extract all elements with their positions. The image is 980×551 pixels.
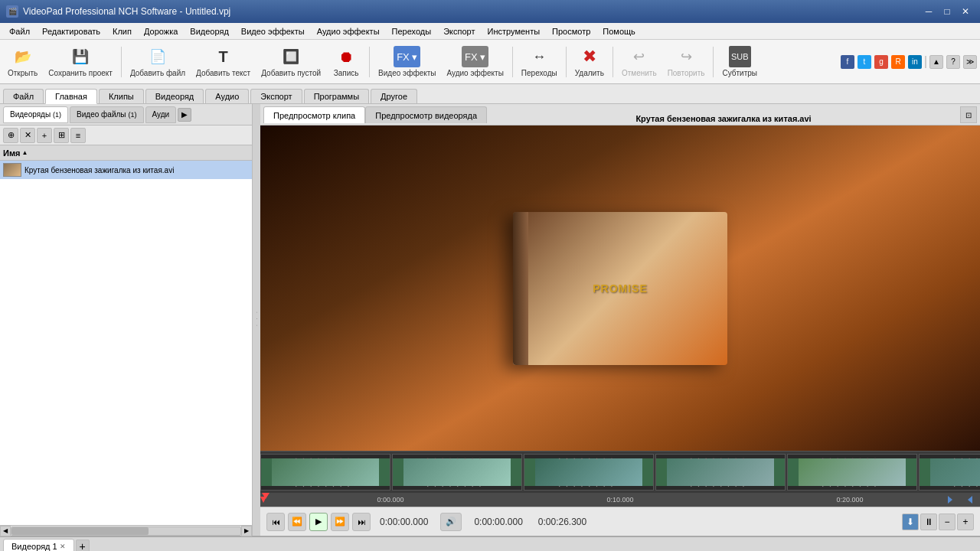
menu-edit[interactable]: Редактировать [36, 24, 106, 39]
title-bar: 🎬 VideoPad Professional NCH Software - U… [0, 0, 980, 23]
sequence-count-badge: (1) [53, 111, 61, 119]
scroll-left-button[interactable]: ◀ [0, 526, 11, 536]
menu-track[interactable]: Дорожка [138, 24, 184, 39]
save-project-button[interactable]: 💾 Сохранить проект [44, 42, 117, 82]
add-empty-button[interactable]: 🔲 Добавить пустой [256, 42, 325, 82]
toolbar: 📂 Открыть 💾 Сохранить проект 📄 Добавить … [0, 40, 980, 84]
film-thumb-6 [930, 458, 980, 486]
clip-list: Крутая бензеновая зажигалка из китая.avi [0, 161, 252, 525]
zoom-out-button[interactable]: − [939, 514, 956, 530]
expand-preview-button[interactable]: ⊡ [960, 106, 977, 123]
close-button[interactable]: ✕ [957, 4, 974, 19]
in-point-marker [948, 496, 952, 504]
view-list-button[interactable]: ≡ [70, 128, 86, 143]
up-arrow-button[interactable]: ▲ [929, 55, 943, 69]
film-segment-2 [392, 454, 522, 491]
add-file-button[interactable]: 📄 Добавить файл [126, 42, 190, 82]
add-text-icon: T [213, 46, 234, 67]
clip-tab-nav-arrow[interactable]: ▶ [178, 108, 191, 122]
film-segment-6 [919, 454, 980, 491]
current-time: 0:00:00.000 [374, 517, 434, 527]
view-grid-button[interactable]: ⊞ [54, 128, 69, 143]
maximize-button[interactable]: □ [939, 4, 956, 19]
tab-export[interactable]: Экспорт [250, 89, 302, 103]
tab-sequence[interactable]: Видеоряд [145, 89, 204, 103]
fast-forward-button[interactable]: ⏩ [331, 513, 349, 531]
play-button[interactable]: ▶ [309, 513, 328, 531]
video-book: PROMISE [513, 212, 727, 365]
tab-clips[interactable]: Клипы [99, 89, 144, 103]
clip-tab-sequences[interactable]: Видеоряды (1) [3, 106, 68, 123]
volume-button[interactable]: 🔊 [440, 513, 462, 531]
transitions-icon: ↔ [528, 46, 550, 67]
remove-clip-button[interactable]: ✕ [20, 128, 35, 143]
menu-export[interactable]: Экспорт [437, 24, 481, 39]
add-text-button[interactable]: T Добавить текст [191, 42, 255, 82]
undo-button[interactable]: ↩ Отменить [617, 42, 662, 82]
add-to-sequence-button[interactable]: ⊕ [3, 128, 18, 143]
menu-sequence[interactable]: Видеоряд [184, 24, 235, 39]
tab-programs[interactable]: Программы [304, 89, 369, 103]
timeline-zoom-controls: ⬇ ⏸ − + [902, 514, 974, 530]
toolbar-separator-2 [369, 47, 370, 77]
list-item[interactable]: Крутая бензеновая зажигалка из китая.avi [0, 161, 252, 179]
menu-video-effects[interactable]: Видео эффекты [235, 24, 311, 39]
clip-tab-audio[interactable]: Ауди [145, 106, 177, 123]
rss-icon[interactable]: R [891, 55, 905, 69]
facebook-icon[interactable]: f [841, 55, 854, 69]
linkedin-icon[interactable]: in [908, 55, 922, 69]
tab-file[interactable]: Файл [3, 89, 44, 103]
close-sequence-tab[interactable]: ✕ [60, 543, 66, 550]
split-button[interactable]: ⏸ [920, 514, 937, 530]
tab-home[interactable]: Главная [45, 89, 97, 104]
zoom-in-button[interactable]: + [957, 514, 974, 530]
download-button[interactable]: ⬇ [902, 514, 919, 530]
add-sequence-tab[interactable]: + [76, 540, 90, 552]
go-start-button[interactable]: ⏮ [266, 513, 285, 531]
video-effects-button[interactable]: FX ▾ Видео эффекты [374, 42, 440, 82]
clip-tabs: Видеоряды (1) Видео файлы (1) Ауди ▶ [0, 104, 252, 126]
rewind-button[interactable]: ⏪ [288, 513, 306, 531]
audio-effects-button[interactable]: FX ▾ Аудио эффекты [442, 42, 508, 82]
menu-tools[interactable]: Инструменты [482, 24, 547, 39]
redo-button[interactable]: ↪ Повторить [663, 42, 710, 82]
timeline-ruler: 0:00.000 0:10.000 0:20.000 [260, 493, 980, 507]
menu-file[interactable]: Файл [3, 24, 36, 39]
menu-audio-effects[interactable]: Аудио эффекты [311, 24, 386, 39]
tab-audio[interactable]: Аудио [205, 89, 249, 103]
preview-title: Крутая бензеновая зажигалка из китая.avi [487, 114, 960, 123]
menu-help[interactable]: Помощь [596, 24, 642, 39]
subtitles-button[interactable]: SUB Субтитры [717, 42, 762, 82]
ruler-marks: 0:00.000 0:10.000 0:20.000 [260, 496, 980, 504]
toolbar-separator-4 [566, 47, 567, 77]
preview-sequence-tab[interactable]: Предпросмотр видеоряда [365, 106, 487, 123]
menu-bar: Файл Редактировать Клип Дорожка Видеоряд… [0, 23, 980, 40]
delete-button[interactable]: ✖ Удалить [570, 42, 609, 82]
open-button[interactable]: 📂 Открыть [3, 42, 42, 82]
horizontal-scrollbar[interactable] [11, 527, 241, 536]
google-icon[interactable]: g [874, 55, 888, 69]
timeline-right-controls [948, 496, 972, 504]
film-thumb-4 [667, 458, 774, 486]
preview-clip-tab[interactable]: Предпросмотр клипа [263, 106, 365, 123]
minimize-button[interactable]: ─ [920, 4, 937, 19]
transitions-button[interactable]: ↔ Переходы [517, 42, 562, 82]
sequence-tab-1[interactable]: Видеоряд 1 ✕ [3, 539, 74, 552]
add-media-button[interactable]: + [37, 128, 52, 143]
clip-tab-video[interactable]: Видео файлы (1) [70, 106, 143, 123]
tab-other[interactable]: Другое [371, 89, 417, 103]
menu-view[interactable]: Просмотр [546, 24, 596, 39]
go-end-button[interactable]: ⏭ [352, 513, 371, 531]
scroll-right-button[interactable]: ▶ [241, 526, 252, 536]
twitter-icon[interactable]: t [858, 55, 871, 69]
help-button[interactable]: ? [946, 55, 960, 69]
film-thumb-5 [799, 458, 906, 486]
menu-clip[interactable]: Клип [106, 24, 138, 39]
more-button[interactable]: ≫ [963, 55, 977, 69]
clip-toolbar: ⊕ ✕ + ⊞ ≡ [0, 126, 252, 145]
controls-bar: ⏮ ⏪ ▶ ⏩ ⏭ 0:00:00.000 🔊 0:00:00.000 0:00… [260, 507, 980, 536]
record-button[interactable]: ⏺ Запись [327, 42, 365, 82]
menu-transitions[interactable]: Переходы [386, 24, 438, 39]
resize-handle[interactable]: · · · [253, 104, 260, 536]
video-effects-icon: FX ▾ [394, 46, 420, 67]
